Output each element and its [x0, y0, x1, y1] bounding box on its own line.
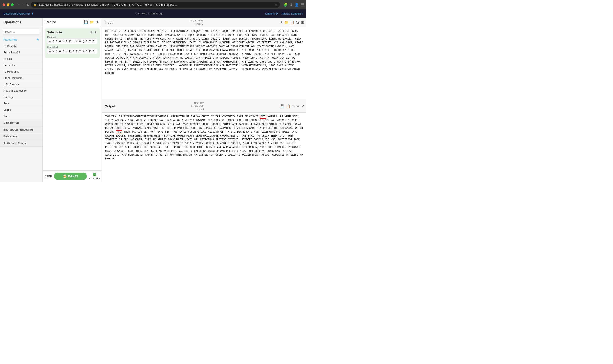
- plaintext-value[interactable]: A C E G H I K L M O Q R T Z: [47, 39, 97, 44]
- bake-button[interactable]: 🧑‍🍳 BAKE!: [54, 173, 87, 180]
- app-body: Operations Favourites ★ To Base64 From B…: [0, 18, 306, 182]
- recipe-footer: STEP 🧑‍🍳 BAKE! Auto Bake: [42, 170, 102, 182]
- recipe-panel: Recipe 💾 📁 🗑 Substitute ⊘ ⏸ Plaintext A: [42, 18, 102, 182]
- sidebar-item-tobase64[interactable]: To Base64: [0, 43, 42, 49]
- about-icon: ?: [302, 12, 303, 15]
- url-text: https://gchq.github.io/CyberChef/#recipe…: [38, 3, 177, 6]
- step-label: STEP: [45, 175, 52, 178]
- input-clear-icon[interactable]: 🗑: [296, 20, 300, 25]
- save-recipe-icon[interactable]: 💾: [84, 20, 88, 24]
- address-bar[interactable]: 🔒 https://gchq.github.io/CyberChef/#reci…: [31, 2, 280, 8]
- download-link[interactable]: Download CyberChef ⬇: [3, 12, 33, 15]
- recipe-title: Recipe: [46, 20, 56, 24]
- input-open-icon[interactable]: 📁: [284, 20, 288, 25]
- highlight-afd2: AFD: [116, 130, 122, 134]
- favourites-label: Favourites: [3, 38, 17, 41]
- profile-icon[interactable]: 👤: [295, 3, 299, 7]
- input-panel: Input length: 2599 lines: 1 + 📁 📋 🗑 ⊞ MI…: [102, 18, 306, 100]
- app-header: Download CyberChef ⬇ Last build: 6 month…: [0, 9, 306, 18]
- io-section: Input length: 2599 lines: 1 + 📁 📋 🗑 ⊞ MI…: [102, 18, 306, 182]
- about-button[interactable]: About / Support ?: [281, 12, 303, 15]
- sidebar-item-urldecode[interactable]: URL Decode: [0, 81, 42, 88]
- last-build-text: Last build: 6 months ago: [135, 12, 163, 15]
- card-header: Substitute ⊘ ⏸: [47, 31, 97, 34]
- star-icon[interactable]: ☆: [275, 3, 277, 6]
- ciphertext-label: Ciphertext: [47, 46, 97, 48]
- input-text: MIT YSAU OL OYGFSBDGRTKFEKBHMGCALSOQTMIO…: [105, 30, 303, 75]
- input-grid-icon[interactable]: ⊞: [301, 20, 304, 25]
- output-title: Output: [105, 104, 115, 108]
- output-maximize-icon[interactable]: ⤢: [301, 104, 304, 108]
- download-icon: ⬇: [31, 12, 33, 15]
- recipe-icons: 💾 📁 🗑: [84, 20, 99, 24]
- input-header: Input length: 2599 lines: 1 + 📁 📋 🗑 ⊞: [102, 18, 306, 27]
- output-copy-icon[interactable]: 📋: [286, 104, 290, 108]
- disable-icon[interactable]: ⊘: [90, 31, 93, 34]
- output-length: length: 2599: [191, 104, 204, 108]
- card-title: Substitute: [47, 31, 62, 34]
- category-dataformat: Data format: [0, 119, 42, 126]
- ciphertext-value[interactable]: A W C O P H R S T I K D E B: [47, 49, 97, 54]
- downloads-icon[interactable]: ⬇: [290, 3, 292, 7]
- output-save-icon[interactable]: 💾: [280, 104, 285, 108]
- category-arithmetic: Arithmetic / Logic: [0, 140, 42, 147]
- favourites-section: Favourites ★ To Base64 From Base64 To He…: [0, 36, 42, 119]
- sidebar-item-entropy[interactable]: Entropy: [0, 94, 42, 100]
- favourites-header[interactable]: Favourites ★: [0, 36, 42, 43]
- sidebar-item-magic[interactable]: Magic: [0, 107, 42, 113]
- sidebar-title: Operations: [0, 18, 42, 27]
- search-input[interactable]: [2, 29, 40, 34]
- forward-button[interactable]: →: [22, 3, 25, 7]
- output-restore-icon[interactable]: ⤡: [292, 104, 295, 108]
- plaintext-label: Plaintext: [47, 36, 97, 38]
- category-encryption: Encryption / Encoding: [0, 126, 42, 133]
- sidebar-item-regex[interactable]: Regular expression: [0, 88, 42, 94]
- download-label: Download CyberChef: [3, 12, 30, 15]
- output-content: THE YSAU IS IYOFSBDODERFCRBPTOWASSIKETHI…: [102, 113, 306, 182]
- auto-bake-checkbox[interactable]: [93, 173, 96, 176]
- input-content[interactable]: MIT YSAU OL OYGFSBDGRTKFEKBHMGCALSOQTMIO…: [102, 27, 306, 100]
- open-recipe-icon[interactable]: 📁: [90, 20, 94, 24]
- output-time: time: 1ms: [194, 101, 204, 104]
- lock-icon: 🔒: [33, 3, 36, 6]
- category-publickey: Public Key: [0, 133, 42, 140]
- highlight-afd1: AFD: [260, 115, 266, 119]
- maximize-btn[interactable]: [11, 3, 14, 6]
- options-label: Options: [265, 12, 275, 15]
- sidebar: Operations Favourites ★ To Base64 From B…: [0, 18, 42, 182]
- trash-recipe-icon[interactable]: 🗑: [95, 20, 99, 24]
- sidebar-item-fromhexdump[interactable]: From Hexdump: [0, 75, 42, 81]
- sidebar-item-fromhex[interactable]: From Hex: [0, 62, 42, 68]
- refresh-button[interactable]: ↻: [27, 3, 29, 7]
- back-button[interactable]: ←: [17, 3, 20, 7]
- card-icons: ⊘ ⏸: [90, 31, 97, 34]
- input-add-icon[interactable]: +: [281, 20, 283, 25]
- star-icon: ★: [36, 38, 39, 41]
- minimize-btn[interactable]: [7, 3, 9, 6]
- output-icons: 💾 📋 ⤡ ↩ ⤢: [280, 104, 304, 108]
- output-undo-icon[interactable]: ↩: [297, 104, 300, 108]
- extensions-icon[interactable]: 🧩: [283, 3, 287, 7]
- sidebar-item-frombase64[interactable]: From Base64: [0, 49, 42, 56]
- menu-icon[interactable]: ☰: [301, 3, 304, 7]
- close-btn[interactable]: [2, 3, 5, 6]
- auto-bake-wrap: Auto Bake: [89, 173, 100, 180]
- bake-label: 🧑‍🍳 BAKE!: [63, 174, 78, 178]
- options-button[interactable]: Options ⚙: [265, 12, 278, 15]
- search-box: [0, 27, 42, 36]
- plaintext-group: Plaintext A C E G H I K L M O Q R T Z: [47, 36, 97, 44]
- input-icons: + 📁 📋 🗑 ⊞: [281, 20, 304, 25]
- sidebar-item-tohex[interactable]: To Hex: [0, 56, 42, 62]
- sidebar-item-fork[interactable]: Fork: [0, 100, 42, 107]
- input-title: Input: [105, 21, 113, 24]
- recipe-header: Recipe 💾 📁 🗑: [42, 18, 102, 26]
- input-paste-icon[interactable]: 📋: [290, 20, 294, 25]
- sidebar-list: Favourites ★ To Base64 From Base64 To He…: [0, 36, 42, 182]
- output-text-after: THEB HAD SITTSE YROFT BARD HIS YRWSTRATE…: [105, 130, 303, 160]
- options-icon: ⚙: [275, 12, 278, 15]
- about-label: About / Support: [281, 12, 300, 15]
- sidebar-item-tohexdump[interactable]: To Hexdump: [0, 68, 42, 75]
- sidebar-item-sum[interactable]: Sum: [0, 113, 42, 119]
- ciphertext-group: Ciphertext A W C O P H R S T I K D E B: [47, 46, 97, 54]
- pause-icon[interactable]: ⏸: [94, 31, 97, 34]
